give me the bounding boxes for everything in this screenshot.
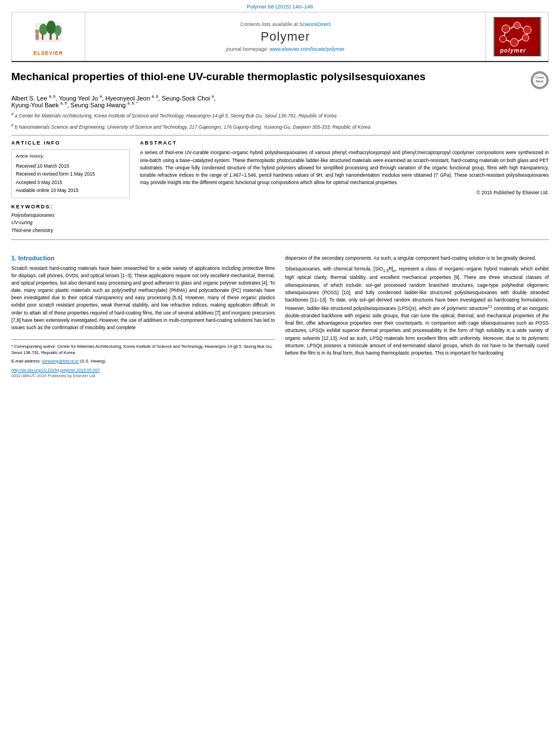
article-title: Mechanical properties of thiol-ene UV-cu… xyxy=(11,70,525,84)
journal-header: ELSEVIER Contents lists available at Sci… xyxy=(11,12,549,62)
footnote-area: * Corresponding author. Center for Mater… xyxy=(11,339,275,378)
history-label: Article history: xyxy=(16,152,125,160)
elsevier-logo: ELSEVIER xyxy=(32,18,65,56)
footnote-email: E-mail address: sshwang@kist.re.kr (S.S.… xyxy=(11,358,275,364)
keywords-heading: Keywords: xyxy=(11,204,130,209)
body-left-column: 1. Introduction Scratch resistant hard-c… xyxy=(11,255,275,378)
affiliation-a: a a Center for Materials Architecturing,… xyxy=(11,111,549,120)
article-info-abstract: ARTICLE INFO Article history: Received 1… xyxy=(11,140,549,234)
polymer-journal-logo: polymer xyxy=(493,17,541,56)
received-entry: Received 10 March 2015 xyxy=(16,162,125,170)
svg-rect-4 xyxy=(42,34,43,40)
article-info-column: ARTICLE INFO Article history: Received 1… xyxy=(11,140,130,234)
received-revised-entry: Received in revised form 1 May 2015 xyxy=(16,170,125,178)
elsevier-wordmark: ELSEVIER xyxy=(33,50,63,56)
journal-title-area: Contents lists available at ScienceDirec… xyxy=(85,12,486,61)
svg-point-3 xyxy=(54,25,62,35)
svg-text:Mark: Mark xyxy=(536,80,544,83)
keyword-3: Thiol-ene chemistry xyxy=(11,227,130,235)
sciencedirect-label: Contents lists available at ScienceDirec… xyxy=(240,21,330,27)
svg-point-12 xyxy=(514,22,520,29)
abstract-text: A series of thiol-ene UV-curable inorgan… xyxy=(140,149,549,186)
copyright-line: © 2015 Published by Elsevier Ltd. xyxy=(140,190,549,195)
article-history-box: Article history: Received 10 March 2015 … xyxy=(11,149,130,198)
affiliation-b: b b Nanomaterials Science and Engineerin… xyxy=(11,123,549,131)
svg-point-1 xyxy=(39,24,47,35)
article-info-heading: ARTICLE INFO xyxy=(11,140,130,146)
svg-text:polymer: polymer xyxy=(500,47,526,54)
authors-line: Albert S. Lee a, b, Young Yeol Jo a, Hye… xyxy=(11,94,549,108)
doi-link[interactable]: http://dx.doi.org/10.1016/j.polymer.2015… xyxy=(11,368,100,373)
journal-homepage-line: journal homepage: www.elsevier.com/locat… xyxy=(226,46,345,52)
elsevier-tree-icon xyxy=(32,18,65,49)
crossmark-icon: Cross Mark xyxy=(532,72,548,88)
accepted-entry: Accepted 3 May 2015 xyxy=(16,178,125,186)
introduction-heading: 1. Introduction xyxy=(11,255,275,261)
article-content: Mechanical properties of thiol-ene UV-cu… xyxy=(11,62,549,378)
footnote-corresponding: * Corresponding author. Center for Mater… xyxy=(11,343,275,356)
journal-reference: Polymer 68 (2015) 140–146 xyxy=(0,0,560,12)
keyword-1: Polysilsesquioxanes xyxy=(11,212,130,220)
homepage-link[interactable]: www.elsevier.com/locate/polymer xyxy=(270,46,345,52)
svg-point-16 xyxy=(500,36,506,42)
svg-rect-6 xyxy=(56,35,58,40)
issn-line: 0032-3861/© 2015 Published by Elsevier L… xyxy=(11,373,275,378)
svg-point-7 xyxy=(35,29,39,33)
keyword-2: UV-curing xyxy=(11,219,130,227)
keywords-section: Keywords: Polysilsesquioxanes UV-curing … xyxy=(11,204,130,235)
polymer-logo-icon: polymer xyxy=(495,18,540,56)
email-link[interactable]: sshwang@kist.re.kr xyxy=(42,359,79,364)
svg-point-17 xyxy=(510,38,518,46)
abstract-column: ABSTRACT A series of thiol-ene UV-curabl… xyxy=(140,140,549,234)
separator-line-2 xyxy=(11,239,549,240)
intro-para-right-2: Silsesquioxanes, with chemical formula, … xyxy=(285,265,549,357)
svg-rect-5 xyxy=(49,33,51,40)
elsevier-logo-area: ELSEVIER xyxy=(12,12,85,61)
separator-line xyxy=(11,135,549,136)
available-entry: Available online 10 May 2015 xyxy=(16,186,125,194)
svg-point-11 xyxy=(502,25,510,33)
main-body: 1. Introduction Scratch resistant hard-c… xyxy=(11,250,549,378)
svg-text:Cross: Cross xyxy=(535,76,544,79)
intro-para-1: Scratch resistant hard-coating materials… xyxy=(11,265,275,332)
polymer-logo-area: polymer xyxy=(486,12,548,61)
svg-point-18 xyxy=(522,34,529,41)
journal-name-header: Polymer xyxy=(261,29,310,44)
keywords-list: Polysilsesquioxanes UV-curing Thiol-ene … xyxy=(11,212,130,235)
body-right-column: dispersion of the secondary components. … xyxy=(285,255,549,378)
svg-point-2 xyxy=(46,20,55,34)
svg-rect-8 xyxy=(36,33,39,40)
doi-line: http://dx.doi.org/10.1016/j.polymer.2015… xyxy=(11,368,275,373)
svg-point-13 xyxy=(523,26,531,34)
abstract-heading: ABSTRACT xyxy=(140,140,549,146)
sciencedirect-link[interactable]: ScienceDirect xyxy=(299,21,331,27)
crossmark-badge: Cross Mark xyxy=(531,71,549,89)
intro-para-right-1: dispersion of the secondary components. … xyxy=(285,255,549,262)
